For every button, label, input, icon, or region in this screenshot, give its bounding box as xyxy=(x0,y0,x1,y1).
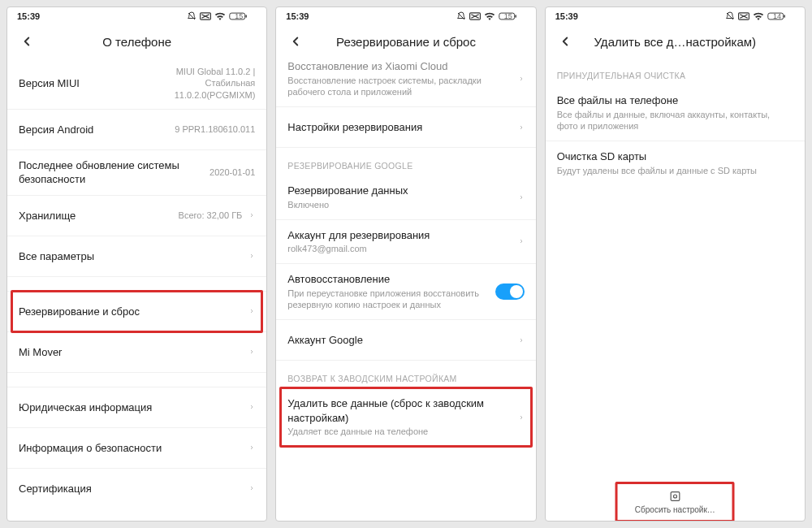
status-bar: 15:39 15 xyxy=(7,7,266,25)
sim-icon xyxy=(469,12,481,20)
row-auto-restore[interactable]: Автовосстановление При переустановке при… xyxy=(276,263,535,319)
svg-rect-2 xyxy=(246,15,247,17)
row-google-account[interactable]: Аккаунт Google xyxy=(276,319,535,360)
svg-point-10 xyxy=(673,495,676,498)
row-miui-version[interactable]: Версия MIUI MIUI Global 11.0.2 | Стабиль… xyxy=(7,58,266,109)
page-header: О телефоне xyxy=(7,25,266,58)
wifi-icon xyxy=(753,12,764,20)
reset-icon xyxy=(668,490,681,503)
section-google-backup: РЕЗЕРВИРОВАНИЕ GOOGLE xyxy=(276,147,535,175)
row-storage[interactable]: Хранилище Всего: 32,00 ГБ xyxy=(7,195,266,236)
chevron-left-icon xyxy=(558,34,572,49)
row-backup-account[interactable]: Аккаунт для резервирования rolk473@gmail… xyxy=(276,219,535,263)
back-button[interactable] xyxy=(15,34,38,49)
svg-rect-5 xyxy=(515,15,516,17)
clock: 15:39 xyxy=(555,11,578,21)
phone-screen-1: 15:39 15 О телефоне Версия MIUI MIUI Glo… xyxy=(6,6,267,522)
row-factory-reset[interactable]: Удалить все данные (сброс к заводским на… xyxy=(276,388,535,446)
page-title: О телефоне xyxy=(38,35,235,49)
status-icons: 15 xyxy=(456,11,526,21)
row-legal-info[interactable]: Юридическая информация xyxy=(7,387,266,427)
row-all-params[interactable]: Все параметры xyxy=(7,236,266,276)
row-mi-mover[interactable]: Mi Mover xyxy=(7,331,266,372)
section-gap xyxy=(7,276,266,291)
chevron-right-icon xyxy=(248,483,255,493)
chevron-right-icon xyxy=(248,402,255,412)
back-button[interactable] xyxy=(284,34,307,49)
row-all-files[interactable]: Все файлы на телефоне Все файлы и данные… xyxy=(546,85,805,141)
chevron-right-icon xyxy=(518,123,525,132)
content-list[interactable]: Восстановление из Xiaomi Cloud Восстанов… xyxy=(276,58,535,521)
page-title: Удалить все д…настройкам) xyxy=(577,35,774,49)
reset-button-label: Сбросить настройк… xyxy=(635,505,715,514)
status-bar: 15:39 15 xyxy=(276,7,535,25)
row-backup-settings[interactable]: Настройки резервирования xyxy=(276,106,535,147)
chevron-right-icon xyxy=(518,74,525,84)
content-list[interactable]: Версия MIUI MIUI Global 11.0.2 | Стабиль… xyxy=(7,58,266,521)
battery-percent: 14 xyxy=(773,12,781,20)
section-gap xyxy=(7,372,266,387)
chevron-right-icon xyxy=(518,413,525,422)
row-android-version[interactable]: Версия Android 9 PPR1.180610.011 xyxy=(7,109,266,149)
clock: 15:39 xyxy=(17,11,40,21)
page-title: Резервирование и сброс xyxy=(307,35,504,49)
row-security-update[interactable]: Последнее обновление системы безопасност… xyxy=(7,149,266,195)
status-icons: 15 xyxy=(187,11,257,21)
reset-button-highlight: Сбросить настройк… xyxy=(627,485,723,519)
section-factory-reset: ВОЗВРАТ К ЗАВОДСКИМ НАСТРОЙКАМ xyxy=(276,360,535,388)
chevron-right-icon xyxy=(248,210,255,220)
dnd-icon xyxy=(456,11,466,21)
sim-icon xyxy=(200,12,211,20)
back-button[interactable] xyxy=(554,34,577,49)
row-backup-reset[interactable]: Резервирование и сброс xyxy=(7,291,266,331)
chevron-right-icon xyxy=(518,193,525,202)
chevron-right-icon xyxy=(248,443,255,452)
chevron-right-icon xyxy=(248,347,255,357)
content-list[interactable]: ПРИНУДИТЕЛЬНАЯ ОЧИСТКА Все файлы на теле… xyxy=(546,58,805,521)
row-security-info[interactable]: Информация о безопасности xyxy=(7,427,266,468)
toggle-auto-restore[interactable] xyxy=(495,283,525,300)
clock: 15:39 xyxy=(286,11,309,21)
row-certification[interactable]: Сертификация xyxy=(7,468,266,509)
battery-percent: 15 xyxy=(504,12,512,20)
page-header: Резервирование и сброс xyxy=(276,25,535,58)
svg-rect-8 xyxy=(784,15,784,17)
row-backup-data[interactable]: Резервирование данных Включено xyxy=(276,175,535,219)
section-force-wipe: ПРИНУДИТЕЛЬНАЯ ОЧИСТКА xyxy=(546,58,805,85)
chevron-right-icon xyxy=(248,251,255,261)
chevron-left-icon xyxy=(288,34,303,49)
dnd-icon xyxy=(725,11,735,21)
page-header: Удалить все д…настройкам) xyxy=(546,25,805,58)
wifi-icon xyxy=(214,12,226,20)
chevron-left-icon xyxy=(19,34,34,49)
sim-icon xyxy=(738,12,749,20)
phone-screen-3: 15:39 14 Удалить все д…настройкам) ПРИНУ… xyxy=(545,6,806,522)
chevron-right-icon xyxy=(248,306,255,316)
status-bar: 15:39 14 xyxy=(546,7,805,25)
chevron-right-icon xyxy=(518,236,525,246)
chevron-right-icon xyxy=(518,335,525,345)
reset-button[interactable]: Сбросить настройк… xyxy=(627,485,723,519)
row-xiaomi-cloud[interactable]: Восстановление из Xiaomi Cloud Восстанов… xyxy=(276,58,535,106)
dnd-icon xyxy=(187,11,197,21)
svg-rect-9 xyxy=(671,492,680,501)
status-icons: 14 xyxy=(725,11,795,21)
row-sd-wipe[interactable]: Очистка SD карты Будут удалены все файлы… xyxy=(546,141,805,184)
phone-screen-2: 15:39 15 Резервирование и сброс Восстано… xyxy=(275,6,536,522)
wifi-icon xyxy=(484,12,495,20)
battery-percent: 15 xyxy=(235,12,243,20)
